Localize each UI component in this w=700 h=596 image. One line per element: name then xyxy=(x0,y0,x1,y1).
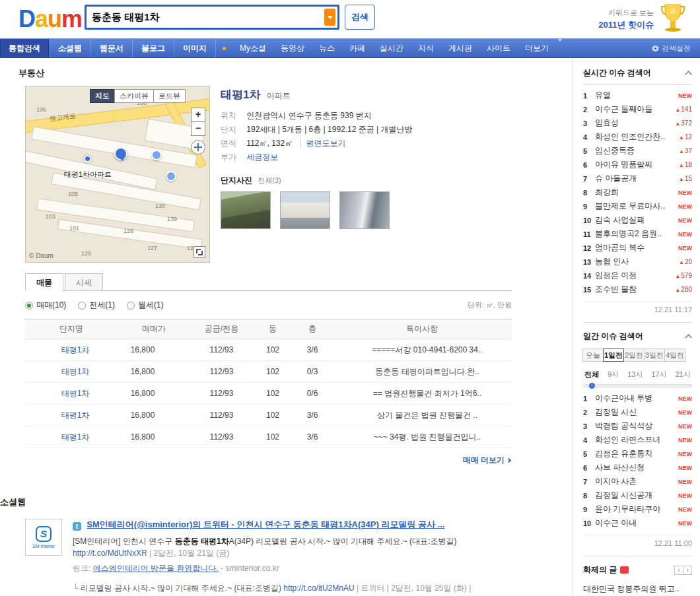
issue-keyword[interactable]: 최강희 xyxy=(595,187,676,198)
listing-tab[interactable]: 매물 xyxy=(25,273,63,291)
issue-keyword-item[interactable]: 14 임정은 이정 579 xyxy=(583,269,692,282)
issue-keyword-item[interactable]: 12 엄마곰의 복수 NEW xyxy=(583,241,692,255)
search-button[interactable]: 검색 xyxy=(345,5,375,30)
search-tab[interactable]: 웹문서 xyxy=(91,39,133,57)
more-listings-link[interactable]: 매매 더보기 xyxy=(463,455,505,465)
issue-keyword[interactable]: 화성인 라면스프녀 xyxy=(595,434,676,446)
time-tab[interactable]: 17시 xyxy=(651,370,666,380)
issue-keyword-item[interactable]: 7 이지아 사촌 NEW xyxy=(583,475,692,488)
nav-menu-item[interactable]: 지식 xyxy=(411,39,441,57)
listing-name-link[interactable]: 태평1차 xyxy=(61,432,90,442)
hot-post-link[interactable]: 대한민국 정봉주의원 뛰고.. xyxy=(583,583,692,595)
issue-keyword[interactable]: 김정은 유훈통치 xyxy=(595,448,676,459)
day-tab[interactable]: 1일전 xyxy=(603,348,624,362)
search-tab[interactable]: 소셜웹 xyxy=(50,39,91,57)
issue-keyword[interactable]: 슈 아들공개 xyxy=(595,173,676,184)
issue-keyword-item[interactable]: 1 이수근아내 투병 NEW xyxy=(583,391,692,405)
issue-keyword[interactable]: 유열 xyxy=(595,90,676,101)
prev-button[interactable]: ‹ xyxy=(674,566,683,575)
issue-keyword-item[interactable]: 4 화성인 라면스프녀 NEW xyxy=(583,433,692,447)
hot-issue-promo[interactable]: 키워드로 보는 2011년 핫이슈 xyxy=(598,8,654,31)
issue-keyword-item[interactable]: 10 이수근 아내 NEW xyxy=(583,516,692,530)
issue-keyword[interactable]: 농협 인사 xyxy=(595,256,676,267)
collapse-icon[interactable] xyxy=(685,333,692,341)
listing-name-link[interactable]: 태평1차 xyxy=(61,389,90,398)
search-dropdown-button[interactable] xyxy=(324,9,335,26)
issue-keyword-item[interactable]: 5 임신중독증 37 xyxy=(583,144,692,158)
issue-keyword[interactable]: 사브 파산신청 xyxy=(595,462,676,473)
roadview-spot-icon[interactable] xyxy=(166,171,176,182)
table-row[interactable]: 태평1차 16,800 112/93 102 3/6 ~~~ 34평. 법원 진… xyxy=(25,426,512,448)
issue-keyword[interactable]: 이지아 사촌 xyxy=(595,476,676,487)
zoom-out-button[interactable]: − xyxy=(191,121,205,136)
search-tab[interactable]: 이미지 xyxy=(174,39,216,57)
listing-name-link[interactable]: 태평1차 xyxy=(61,367,90,376)
map-position-button[interactable] xyxy=(191,140,205,154)
issue-keyword-item[interactable]: 11 불후의명곡2 음원.. NEW xyxy=(583,227,692,241)
time-slider[interactable] xyxy=(583,384,692,387)
fullscreen-icon[interactable] xyxy=(193,246,205,258)
avatar[interactable]: S SM interior xyxy=(25,519,62,556)
nav-menu-item[interactable]: 게시판 xyxy=(441,39,479,57)
map-view-button[interactable]: 스카이뷰 xyxy=(114,89,154,103)
issue-keyword-item[interactable]: 1 유열 NEW xyxy=(583,88,692,102)
trade-type-radio[interactable]: 월세(1) xyxy=(127,300,164,311)
day-tab[interactable]: 4일전 xyxy=(664,348,685,362)
issue-keyword-item[interactable]: 10 김숙 사업실패 NEW xyxy=(583,213,692,227)
day-tab[interactable]: 오늘 xyxy=(582,348,604,362)
issue-keyword[interactable]: 윤아 기무라타쿠야 xyxy=(595,504,676,515)
table-row[interactable]: 태평1차 16,800 112/93 102 0/3 동춘동 태평아파트입니다.… xyxy=(25,361,512,383)
map-view-button[interactable]: 지도 xyxy=(90,89,115,103)
issue-keyword-item[interactable]: 2 김정일 시신 NEW xyxy=(583,405,692,419)
nav-menu-item[interactable]: 동영상 xyxy=(273,39,312,57)
issue-keyword[interactable]: 임효성 xyxy=(595,117,672,129)
issue-keyword-item[interactable]: 2 이수근 둘째아들 141 xyxy=(583,102,692,116)
issue-keyword[interactable]: 박경림 공식석상 xyxy=(595,420,676,432)
nav-menu-item[interactable]: 카페 xyxy=(342,39,372,57)
issue-keyword[interactable]: 임신중독증 xyxy=(595,145,676,156)
nav-menu-item[interactable]: 더보기 xyxy=(518,39,556,57)
next-button[interactable]: › xyxy=(683,566,692,575)
issue-keyword-item[interactable]: 6 사브 파산신청 NEW xyxy=(583,461,692,475)
issue-keyword-item[interactable]: 6 아이유 명품팔찌 18 xyxy=(583,158,692,172)
issue-keyword[interactable]: 김숙 사업실패 xyxy=(595,215,676,226)
issue-keyword[interactable]: 김정일 시신공개 xyxy=(595,490,676,501)
issue-keyword[interactable]: 이수근아내 투병 xyxy=(595,393,676,404)
trade-type-radio[interactable]: 전세(1) xyxy=(78,300,115,311)
search-input[interactable] xyxy=(87,8,324,26)
issue-keyword[interactable]: 아이유 명품팔찌 xyxy=(595,159,676,170)
roadview-spot-icon[interactable] xyxy=(151,150,162,160)
map[interactable]: 앵고개로 106 108 105 103 1 xyxy=(25,86,210,263)
issue-keyword-item[interactable]: 13 농협 인사 20 xyxy=(583,255,692,269)
social-title-link[interactable]: SM인테리어(@isminterior)의 트위터 - 인천시 연수구 동춘동 … xyxy=(87,519,444,529)
floorplan-link[interactable]: 평면도보기 xyxy=(300,139,346,148)
complex-photo[interactable] xyxy=(339,191,390,229)
issue-keyword-item[interactable]: 5 김정은 유훈통치 NEW xyxy=(583,447,692,461)
trade-type-radio[interactable]: 매매(10) xyxy=(25,300,66,311)
issue-keyword[interactable]: 엄마곰의 복수 xyxy=(595,242,676,253)
issue-keyword[interactable]: 김정일 시신 xyxy=(595,407,676,418)
map-marker-icon[interactable] xyxy=(114,147,127,160)
issue-keyword-item[interactable]: 9 윤아 기무라타쿠야 NEW xyxy=(583,502,692,516)
tax-info-link[interactable]: 세금정보 xyxy=(246,152,278,162)
time-tab[interactable]: 21시 xyxy=(676,370,691,380)
listing-tab[interactable]: 시세 xyxy=(65,273,103,291)
search-settings[interactable]: 검색설정 xyxy=(652,39,700,57)
map-view-button[interactable]: 로드뷰 xyxy=(153,89,186,103)
issue-keyword-item[interactable]: 9 불만제로 무료마사.. NEW xyxy=(583,199,692,213)
photos-count[interactable]: 전체(3) xyxy=(258,176,281,184)
tco-link[interactable]: http://t.co/MdUtNxXR xyxy=(73,548,147,558)
time-tab[interactable]: 전체 xyxy=(584,370,599,380)
listing-name-link[interactable]: 태평1차 xyxy=(61,345,90,354)
listing-name-link[interactable]: 태평1차 xyxy=(61,411,90,420)
site-link[interactable]: 에스엠인테리어 방문을 환영합니다. xyxy=(93,564,219,573)
issue-keyword[interactable]: 화성인 인조인간찬.. xyxy=(595,131,676,143)
daum-logo[interactable]: Daum xyxy=(18,5,82,33)
slider-handle[interactable] xyxy=(589,383,595,389)
nav-menu-item[interactable]: 뉴스 xyxy=(312,39,342,57)
issue-keyword-item[interactable]: 8 김정일 시신공개 NEW xyxy=(583,488,692,502)
issue-keyword-item[interactable]: 4 화성인 인조인간찬.. 12 xyxy=(583,130,692,144)
issue-keyword[interactable]: 불후의명곡2 음원.. xyxy=(595,228,676,240)
search-tab[interactable]: 블로그 xyxy=(133,39,174,57)
issue-keyword-item[interactable]: 7 슈 아들공개 15 xyxy=(583,172,692,185)
